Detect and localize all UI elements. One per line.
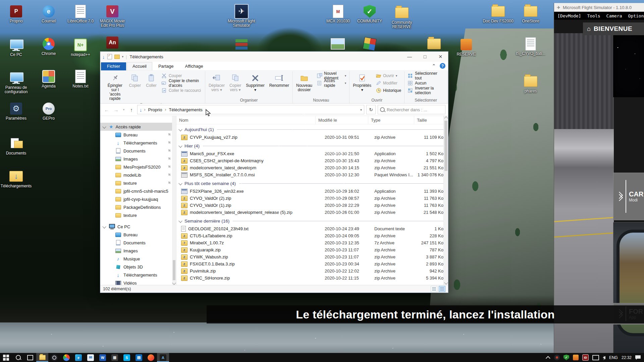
sidebar-item-images[interactable]: Images [100, 247, 176, 255]
ribbon-button-modifier[interactable]: Modifier [374, 79, 403, 87]
search-box[interactable]: Rechercher dans : ... [378, 105, 445, 114]
msfs-menu-devmode[interactable]: [DevMode] [557, 13, 581, 18]
file-row[interactable]: CYWK_Wabush.zip2020-10-23 11:07zip Archi… [178, 253, 448, 260]
defender-tray-icon[interactable]: ✓ [564, 355, 569, 360]
msfs-menu-tools[interactable]: Tools [587, 13, 600, 18]
sidebar-item-documents[interactable]: Documents [100, 239, 176, 247]
new-folder-icon[interactable] [114, 55, 120, 59]
file-row[interactable]: GEOLOGIE_201024_23h49.txt2020-10-24 23:4… [178, 225, 448, 232]
address-dropdown-icon[interactable]: ▾ [360, 108, 362, 112]
chevron-down-icon[interactable] [178, 181, 182, 185]
ribbon-button-nouveau-dossier[interactable]: Nouveaudossier [294, 71, 314, 94]
chevron-down-icon[interactable] [178, 127, 182, 131]
desktop-icon-t-l-chargements[interactable]: ↓Téléchargements [0, 169, 32, 188]
tab-accueil[interactable]: Accueil [127, 62, 152, 70]
ribbon-button-copier-le-chemin-d-acc-s[interactable]: w..Copier le chemin d'accès [160, 79, 204, 87]
file-row[interactable]: CYVO_ValdOr (1).zip2020-10-28 22:29zip A… [178, 202, 448, 209]
chevron-down-icon[interactable] [102, 225, 106, 228]
sidebar-section-ce-pc[interactable]: Ce PC [100, 223, 176, 231]
desktop-icon-community[interactable]: ✓COMMUNITY [354, 4, 385, 23]
sidebar-item-texture[interactable]: texture [100, 179, 176, 187]
file-row[interactable]: CSE5_CSH2_archipel-de-Montmagny2020-10-3… [178, 157, 448, 164]
back-button[interactable]: ← [103, 107, 110, 113]
desktop-icon-notepad[interactable]: N+notepad++ [65, 38, 96, 57]
desktop-icon-courriel[interactable]: eCourriel [33, 4, 64, 23]
ribbon-button-supprimer[interactable]: Supprimer▾ [244, 71, 266, 94]
sidebar-item-jpfil-cyvp-kuujjuaq[interactable]: jpfil-cyvp-kuujjuaq [100, 195, 176, 203]
desktop-icon-panneau-de-configuration[interactable]: Panneau de configuration [0, 71, 32, 94]
task-view-icon[interactable] [24, 353, 36, 362]
file-row[interactable]: modelconverterx_latest_developm2020-10-3… [178, 164, 448, 171]
tray-expand-icon[interactable] [546, 356, 550, 361]
taskbar-explorer-icon[interactable] [36, 353, 48, 362]
chevron-down-icon[interactable] [178, 144, 182, 147]
taskbar-notepadpp-icon[interactable]: A [157, 353, 169, 362]
taskbar-firefox-icon[interactable] [145, 353, 157, 362]
desktop-icon-item[interactable] [226, 37, 257, 52]
explorer-titlebar[interactable]: ↓ ▾ | Téléchargements — □ ✕ [100, 52, 448, 62]
desktop-icon-is-cyvo-bati[interactable]: IS_CYVO_bati... [515, 37, 546, 56]
msfs-menu-options[interactable]: Options [628, 13, 644, 18]
sidebar-item-jpfil-cmn5-csh8-manic5[interactable]: jpfil-cmn5-csh8-manic5 [100, 187, 176, 195]
list-view-button[interactable] [431, 286, 437, 292]
network-tray-icon[interactable] [592, 355, 599, 360]
ribbon-button-acc-s-rapide[interactable]: Accès rapide▾ [315, 79, 348, 87]
ribbon-button-d-placer-vers[interactable]: Déplacervers ▾ [207, 71, 227, 94]
taskbar-store-icon[interactable]: ▤ [133, 353, 145, 362]
chevron-down-icon[interactable] [102, 125, 106, 128]
group-header[interactable]: Aujourd'hui (1) [178, 125, 448, 134]
sidebar-item-packagedefinitions[interactable]: PackageDefinitions [100, 203, 176, 211]
file-row[interactable]: CYRC_StHonore.zip2020-10-22 11:15zip Arc… [178, 275, 448, 282]
group-header[interactable]: Plus tôt cette semaine (4) [178, 179, 448, 188]
sidebar-item-musique[interactable]: Musique [100, 255, 176, 263]
desktop-icon-community-reserve[interactable]: Community RESERVE [386, 6, 418, 29]
file-row[interactable]: MSFS_SDK_Installer_0.7.0.0.msi2020-10-30… [178, 171, 448, 178]
taskbar-edge-icon[interactable]: e [72, 353, 85, 362]
taskbar-chrome-icon[interactable] [60, 353, 72, 362]
taskbar-word-icon[interactable]: W [97, 353, 109, 362]
desktop-icon-param-tres[interactable]: ⚙Paramètres [0, 102, 32, 121]
refresh-button[interactable]: ↻ [366, 105, 376, 114]
ribbon-button-pingler-sur-l-acc-s-rapide[interactable]: Épingler sur l'accès rapide [104, 71, 126, 102]
taskbar-obs-icon[interactable] [48, 353, 60, 362]
file-list-scrollbar[interactable] [443, 116, 448, 285]
ribbon-button-coller[interactable]: Coller [144, 71, 159, 89]
file-row[interactable]: Puvirnituk.zip2020-10-22 12:02zip Archiv… [178, 267, 448, 275]
start-button[interactable] [0, 353, 12, 362]
desktop-icon-documents[interactable]: Documents [0, 136, 32, 156]
maximize-button[interactable]: □ [417, 52, 433, 62]
sidebar-item-texture[interactable]: texture [100, 211, 176, 219]
minimize-button[interactable]: — [402, 52, 417, 62]
sidebar-item-bureau[interactable]: Bureau [100, 231, 176, 239]
msfs-titlebar[interactable]: ✈ Microsoft Flight Simulator - 1.10.8.0 [554, 3, 644, 12]
sidebar-item-t-l-chargements[interactable]: Téléchargements [100, 139, 176, 147]
file-row[interactable]: Manic5_pour_FSX.exe2020-10-30 21:50Appli… [178, 150, 448, 157]
qat-customize-icon[interactable]: ▾ [122, 55, 124, 58]
desktop-icon-agenda[interactable]: Agenda [33, 69, 64, 88]
up-button[interactable]: ↑ [128, 107, 135, 113]
properties-icon[interactable] [107, 54, 112, 59]
sidebar-item-t-l-chargements[interactable]: Téléchargements [100, 271, 176, 279]
antivirus-tray-icon[interactable] [573, 355, 579, 360]
ribbon-button-renommer[interactable]: Renommer [267, 71, 291, 89]
column-header-modifi-le[interactable]: Modifié le [316, 116, 368, 124]
desktop-icon-magix-movie-edit-pro-plus[interactable]: VMAGIX Movie Edit Pro Plus [97, 4, 128, 28]
clock[interactable]: 22:32 [622, 355, 632, 360]
file-row[interactable]: CTU5-LaTabatiere.zip2020-10-24 09:05zip … [178, 232, 448, 239]
language-indicator[interactable]: ENG [609, 355, 618, 360]
desktop-icon-doc-dev-fs2000[interactable]: Doc Dev FS2000 [482, 4, 514, 23]
desktop-icon-item[interactable] [418, 37, 450, 52]
desktop-icon-phares[interactable]: phares [515, 74, 546, 94]
desktop-icon-onestore[interactable]: OneStore [515, 4, 546, 23]
desktop-icon-gepro[interactable]: ProGEPro [33, 102, 64, 121]
ribbon-button-ouvrir[interactable]: Ouvrir▾ [374, 72, 403, 79]
forward-button[interactable]: → [112, 107, 120, 113]
taskbar-skype-icon[interactable]: S [121, 353, 133, 362]
chevron-down-icon[interactable] [178, 219, 182, 223]
desktop-icon-ce-pc[interactable]: Ce PC [0, 38, 32, 57]
file-row[interactable]: CYVO_ValdOr (2).zip2020-10-29 08:57zip A… [178, 195, 448, 202]
sidebar-item-mesprojetsfs2020[interactable]: MesProjetsFS2020 [100, 163, 176, 171]
file-row[interactable]: Kuujjuarapik.zip2020-10-23 11:07zip Arch… [178, 246, 448, 253]
column-header-nom[interactable]: Nom [176, 116, 316, 124]
obs-tray-icon[interactable] [554, 355, 560, 360]
